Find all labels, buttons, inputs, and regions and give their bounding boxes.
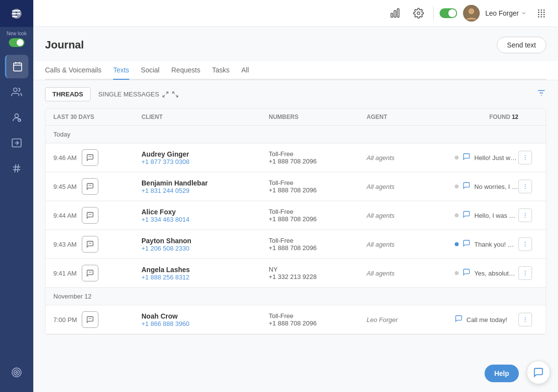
filter-bar: THREADS SINGLE MESSAGES — [45, 80, 546, 108]
number-val: +1 332 213 9228 — [269, 273, 367, 280]
agent-name: All agents — [367, 154, 455, 161]
preview-text: Hello! Just wanted to say thank you! Gr.… — [474, 154, 518, 161]
sidebar-item-hashtag[interactable] — [5, 157, 28, 180]
message-icon — [82, 149, 98, 166]
client-phone: +1 888 256 8312 — [141, 274, 269, 281]
status-toggle[interactable] — [440, 8, 457, 18]
sidebar-item-transfer[interactable] — [5, 131, 28, 155]
threads-button[interactable]: THREADS — [45, 87, 91, 101]
tab-texts[interactable]: Texts — [113, 61, 129, 80]
svg-point-51 — [525, 244, 526, 245]
table-row[interactable]: 9:43 AM Payton Shanon +1 206 508 2330 To… — [46, 230, 546, 259]
row-menu-button[interactable] — [518, 237, 532, 251]
row-menu-button[interactable] — [518, 151, 532, 164]
message-icon — [82, 178, 98, 195]
sidebar-item-target[interactable] — [5, 361, 28, 384]
svg-point-57 — [525, 319, 526, 320]
client-phone: +1 831 244 0529 — [141, 187, 269, 194]
svg-point-4 — [14, 88, 17, 92]
tab-all[interactable]: All — [241, 61, 249, 80]
svg-point-25 — [538, 12, 539, 13]
tabs-wrapper: Calls & VoicemailsTextsSocialRequestsTas… — [33, 61, 558, 80]
send-text-button[interactable]: Send text — [497, 37, 546, 53]
time-label: 9:45 AM — [53, 183, 77, 190]
content-area: THREADS SINGLE MESSAGES — [33, 80, 558, 335]
avatar[interactable] — [463, 5, 480, 22]
message-table: LAST 30 DAYSCLIENTNUMBERSAGENTFound 12To… — [45, 108, 546, 335]
svg-line-11 — [15, 164, 16, 173]
row-menu-button[interactable] — [518, 313, 532, 326]
client-phone: +1 866 888 3960 — [141, 320, 269, 327]
row-menu-button[interactable] — [518, 266, 532, 280]
table-row[interactable]: 9:45 AM Benjamin Handlebar +1 831 244 05… — [46, 172, 546, 201]
svg-point-54 — [525, 273, 526, 274]
client-phone: +1 206 508 2330 — [141, 245, 269, 252]
keypad-icon[interactable] — [533, 4, 550, 22]
svg-point-55 — [525, 275, 526, 276]
number-type: Toll-Free — [269, 237, 367, 244]
user-name[interactable]: Leo Forger — [486, 9, 527, 17]
time-label: 9:43 AM — [53, 241, 77, 248]
table-row[interactable]: 9:46 AM Audrey Ginger +1 877 373 0308 To… — [46, 143, 546, 172]
tab-social[interactable]: Social — [141, 61, 160, 80]
table-row[interactable]: 9:44 AM Alice Foxy +1 334 463 8014 Toll-… — [46, 201, 546, 230]
filter-icon[interactable] — [536, 88, 546, 100]
sidebar-item-contacts[interactable] — [5, 80, 28, 104]
svg-line-37 — [176, 95, 178, 97]
time-label: 9:44 AM — [53, 212, 77, 219]
row-menu-button[interactable] — [518, 180, 532, 193]
chart-icon[interactable] — [386, 4, 404, 22]
svg-point-31 — [538, 16, 539, 18]
sidebar-item-calendar[interactable] — [5, 55, 28, 78]
single-messages-button[interactable]: SINGLE MESSAGES — [94, 88, 183, 101]
client-name: Noah Crow — [141, 312, 269, 320]
svg-point-58 — [525, 321, 526, 322]
preview-text: Call me today! — [466, 316, 507, 323]
svg-point-14 — [14, 370, 20, 375]
number-val: +1 888 708 2096 — [269, 244, 367, 252]
preview-bubble-icon — [463, 239, 470, 249]
time-label: 9:41 AM — [53, 270, 77, 277]
svg-line-35 — [163, 95, 165, 97]
agent-name: All agents — [367, 270, 455, 277]
svg-point-45 — [525, 186, 526, 187]
preview-bubble-icon — [463, 268, 470, 278]
svg-point-32 — [541, 16, 542, 18]
table-row[interactable]: 7:00 PM Noah Crow +1 866 888 3960 Toll-F… — [46, 305, 546, 334]
new-look-toggle[interactable] — [9, 38, 24, 47]
svg-point-43 — [525, 159, 526, 160]
row-menu-button[interactable] — [518, 208, 532, 222]
status-dot — [455, 271, 459, 275]
svg-point-42 — [525, 157, 526, 158]
tabs: Calls & VoicemailsTextsSocialRequestsTas… — [45, 61, 546, 80]
table-header: LAST 30 DAYSCLIENTNUMBERSAGENTFound 12 — [46, 109, 546, 126]
client-name: Alice Foxy — [141, 208, 269, 216]
settings-icon[interactable] — [410, 4, 427, 22]
svg-point-50 — [525, 242, 526, 243]
sidebar-item-person[interactable] — [5, 106, 28, 129]
svg-point-33 — [543, 16, 545, 18]
chat-bubble-button[interactable] — [527, 361, 550, 384]
sidebar-logo[interactable] — [0, 0, 33, 27]
agent-name: All agents — [367, 212, 455, 219]
svg-rect-16 — [391, 13, 393, 17]
number-val: +1 888 708 2096 — [269, 320, 367, 327]
svg-point-22 — [538, 9, 539, 11]
tab-tasks[interactable]: Tasks — [212, 61, 230, 80]
tab-requests[interactable]: Requests — [171, 61, 200, 80]
client-name: Benjamin Handlebar — [141, 179, 269, 187]
svg-point-27 — [543, 12, 545, 13]
journal-header: Journal Send text — [33, 27, 558, 53]
table-row[interactable]: 9:41 AM Angela Lashes +1 888 256 8312 NY… — [46, 259, 546, 288]
svg-point-13 — [12, 368, 21, 377]
help-button[interactable]: Help — [485, 365, 519, 382]
svg-point-5 — [15, 114, 18, 117]
number-type: Toll-Free — [269, 179, 367, 186]
preview-bubble-icon — [463, 182, 470, 191]
client-phone: +1 334 463 8014 — [141, 216, 269, 223]
svg-point-15 — [16, 371, 18, 373]
tab-calls[interactable]: Calls & Voicemails — [45, 61, 101, 80]
number-type: Toll-Free — [269, 312, 367, 320]
agent-name: Leo Forger — [367, 316, 455, 323]
preview-bubble-icon — [463, 210, 470, 220]
